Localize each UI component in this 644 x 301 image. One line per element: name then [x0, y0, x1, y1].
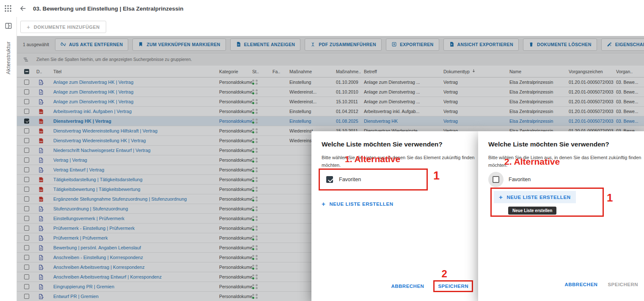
annotation-alternative-1: 1. Alternative: [345, 154, 400, 164]
new-list-tooltip: Neue Liste erstellen: [508, 207, 556, 215]
new-list-label: NEUE LISTE ERSTELLEN: [329, 202, 393, 207]
add-documents-label: DOKUMENTE HINZUFÜGEN: [34, 25, 100, 30]
sidebar: Aktenstruktur: [0, 17, 17, 301]
checkbox-ripple: [488, 172, 504, 187]
favorites-row: Favoriten: [488, 172, 531, 187]
plus-icon: +: [27, 24, 30, 30]
cancel-button[interactable]: ABBRECHEN: [391, 284, 424, 289]
dialog-actions: ABBRECHEN 2 SPEICHERN: [391, 280, 473, 292]
annotation-step-2: 2: [441, 268, 447, 280]
save-button[interactable]: SPEICHERN: [438, 284, 468, 289]
dialog-actions: ABBRECHEN SPEICHERN: [564, 282, 638, 287]
add-document-row: + DOKUMENTE HINZUFÜGEN: [17, 17, 644, 36]
list-dialog-alternative-1: Welche Liste möchten Sie verwenden? Bitt…: [311, 131, 479, 301]
list-dialog-alternative-2: Welche Liste möchten Sie verwenden? Bitt…: [478, 131, 644, 301]
annotation-box-save: 2 SPEICHERN: [433, 280, 473, 292]
annotation-box-favorites: Favoriten: [319, 168, 428, 191]
annotation-alternative-2: 2. Alternative: [504, 157, 560, 167]
favorites-checkbox[interactable]: [493, 176, 499, 183]
sidebar-label: Aktenstruktur: [6, 41, 11, 75]
topbar: 03. Bewerbung und Einstellung | Elsa Zen…: [0, 0, 644, 17]
page-title: 03. Bewerbung und Einstellung | Elsa Zen…: [33, 6, 184, 12]
new-list-button[interactable]: + NEUE LISTE ERSTELLEN: [494, 191, 576, 203]
favorites-checkbox[interactable]: [326, 176, 333, 183]
new-list-button[interactable]: + NEUE LISTE ERSTELLEN: [322, 200, 394, 207]
open-panel-icon[interactable]: [5, 22, 12, 30]
plus-icon: +: [499, 193, 503, 201]
add-documents-button[interactable]: + DOKUMENTE HINZUFÜGEN: [20, 21, 106, 33]
annotation-step-1: 1: [607, 191, 613, 204]
favorites-label: Favoriten: [339, 177, 361, 182]
favorites-label: Favoriten: [509, 177, 531, 182]
apps-grid-icon[interactable]: [4, 5, 12, 12]
back-arrow-icon[interactable]: [19, 5, 27, 12]
dialog-title: Welche Liste möchten Sie verwenden?: [322, 141, 469, 148]
new-list-label: NEUE LISTE ERSTELLEN: [506, 195, 570, 200]
cancel-button[interactable]: ABBRECHEN: [564, 282, 597, 287]
dialog-title: Welche Liste möchten Sie verwenden?: [488, 141, 634, 148]
save-button-disabled[interactable]: SPEICHERN: [608, 282, 638, 287]
plus-icon: +: [322, 200, 325, 207]
annotation-step-1: 1: [433, 169, 440, 182]
